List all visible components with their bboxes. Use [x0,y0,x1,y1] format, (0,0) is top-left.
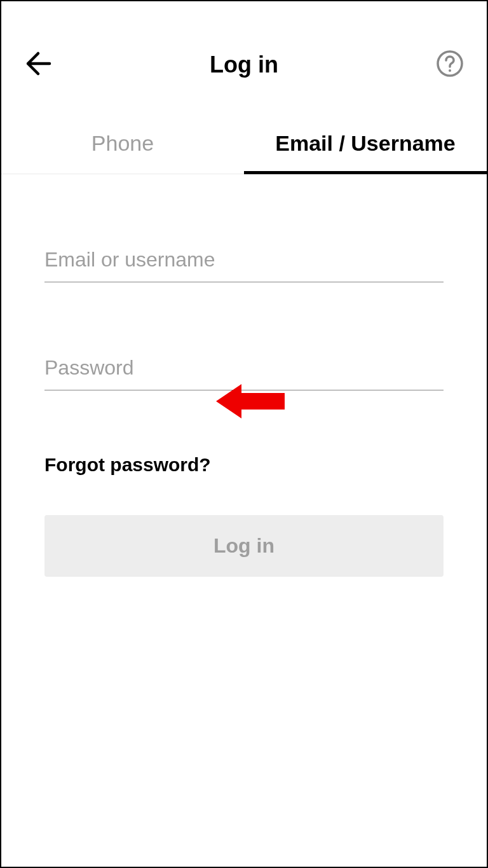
login-form: Forgot password? Log in [1,174,487,577]
login-button[interactable]: Log in [44,515,444,577]
tab-phone[interactable]: Phone [1,118,244,174]
forgot-password-link[interactable]: Forgot password? [44,454,211,476]
help-icon[interactable] [436,50,464,80]
tabs: Phone Email / Username [1,118,487,174]
password-field[interactable] [44,346,444,390]
email-username-field[interactable] [44,238,444,282]
svg-point-1 [449,69,451,72]
password-input-group [44,346,444,390]
email-input-group [44,238,444,282]
page-title: Log in [210,52,278,78]
header: Log in [1,1,487,106]
tab-email-username[interactable]: Email / Username [244,118,487,174]
back-icon[interactable] [24,50,52,80]
